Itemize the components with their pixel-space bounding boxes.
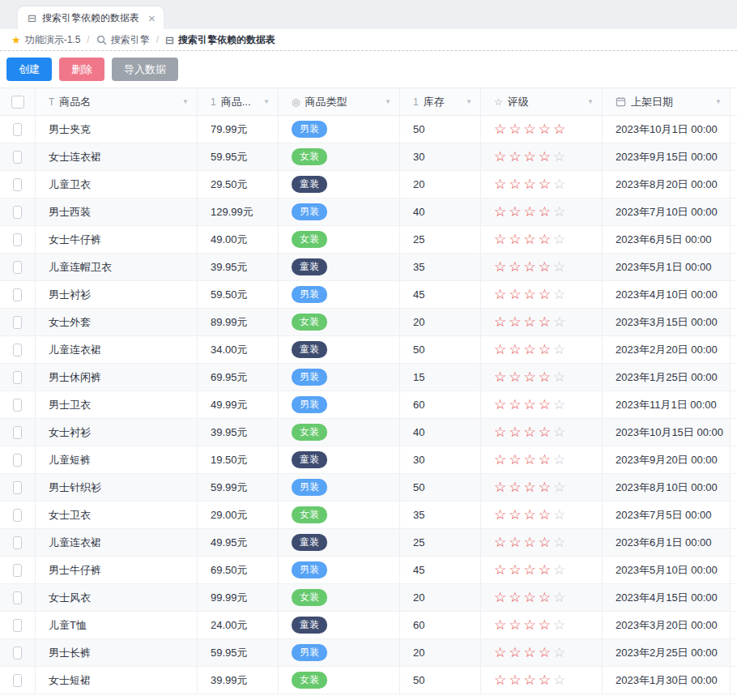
table-row[interactable]: 男士针织衫59.99元男装50☆☆☆☆☆2023年8月10日 00:00 [0,474,737,502]
select-all-checkbox[interactable] [11,96,24,109]
row-checkbox[interactable] [13,344,22,356]
star-icon: ☆ [524,618,539,632]
column-header-product-type[interactable]: ◎ 商品类型 ▼ [279,88,400,115]
table-row[interactable]: 女士牛仔裤49.00元女装25☆☆☆☆☆2023年6月5日 00:00 [0,226,737,254]
row-checkbox[interactable] [13,647,22,659]
star-icon: ☆ [539,563,553,577]
star-icon: ☆ [524,260,539,274]
table-row[interactable]: 女士风衣99.99元女装20☆☆☆☆☆2023年4月15日 00:00 [0,584,737,612]
row-spacer [731,446,737,474]
star-icon: ☆ [509,233,523,246]
row-checkbox[interactable] [13,509,22,522]
stock-value: 45 [400,557,481,584]
shelf-date: 2023年5月10日 00:00 [603,557,731,584]
row-select-cell [0,474,36,502]
row-select-cell [0,336,36,364]
table-row[interactable]: 女士衬衫39.95元女装40☆☆☆☆☆2023年10月15日 00:00 [0,419,737,446]
product-price: 49.99元 [198,391,279,419]
table-row[interactable]: 男士衬衫59.50元男装45☆☆☆☆☆2023年4月10日 00:00 [0,281,737,309]
row-checkbox[interactable] [13,316,22,329]
tab-active[interactable]: ⊟ 搜索引擎依赖的数据表 × [18,6,164,29]
product-type-cell: 男装 [279,116,400,143]
delete-button[interactable]: 删除 [59,58,104,82]
table-row[interactable]: 女士外套89.99元女装20☆☆☆☆☆2023年3月15日 00:00 [0,309,737,336]
table-row[interactable]: 男士夹克79.99元男装50☆☆☆☆☆2023年10月1日 00:00 [0,116,737,143]
column-label: 商品类型 [305,95,347,109]
row-checkbox[interactable] [13,481,22,494]
star-icon: ☆ [509,205,523,219]
rating-stars: ☆☆☆☆☆ [481,116,603,143]
stock-value: 20 [400,309,481,336]
table-row[interactable]: 女士短裙39.99元女装50☆☆☆☆☆2023年1月30日 00:00 [0,667,737,694]
row-checkbox[interactable] [13,619,22,632]
row-checkbox[interactable] [13,536,22,549]
row-checkbox[interactable] [13,261,22,274]
row-checkbox[interactable] [13,123,22,136]
type-badge: 童装 [292,176,327,193]
row-checkbox[interactable] [13,233,22,246]
rating-stars: ☆☆☆☆☆ [481,502,603,529]
type-badge: 女装 [292,672,327,689]
table-row[interactable]: 儿童T恤24.00元童装60☆☆☆☆☆2023年3月20日 00:00 [0,612,737,639]
product-name: 女士卫衣 [36,502,198,529]
product-price: 59.95元 [198,639,279,667]
row-checkbox[interactable] [13,206,22,219]
stock-value: 20 [400,639,481,667]
column-header-product-name[interactable]: T 商品名 ▼ [36,88,198,115]
column-dropdown-icon[interactable]: ▼ [712,98,722,105]
row-checkbox[interactable] [13,454,22,467]
row-select-cell [0,116,36,143]
column-header-stock[interactable]: 1 库存 ▼ [400,88,481,115]
column-dropdown-icon[interactable]: ▼ [381,98,391,105]
column-dropdown-icon[interactable]: ▼ [260,98,270,105]
row-select-cell [0,612,36,639]
table-row[interactable]: 儿童连衣裙34.00元童装50☆☆☆☆☆2023年2月20日 00:00 [0,336,737,364]
stock-value: 15 [400,364,481,391]
rating-stars: ☆☆☆☆☆ [481,529,603,557]
table-row[interactable]: 男士牛仔裤69.50元男装45☆☆☆☆☆2023年5月10日 00:00 [0,557,737,584]
star-icon: ☆ [494,343,509,356]
table-row[interactable]: 女士卫衣29.00元女装35☆☆☆☆☆2023年7月5日 00:00 [0,502,737,529]
row-checkbox[interactable] [13,399,22,412]
column-label: 商品... [221,95,251,109]
row-checkbox[interactable] [13,151,22,164]
column-dropdown-icon[interactable]: ▼ [584,98,594,105]
star-icon: ☆ [539,370,553,384]
column-header-product-price[interactable]: 1 商品... ▼ [198,88,279,115]
close-icon[interactable]: × [148,12,155,24]
shelf-date: 2023年5月1日 00:00 [603,254,731,281]
star-icon: ☆ [524,288,539,301]
row-checkbox[interactable] [13,288,22,301]
table-row[interactable]: 儿童短裤19.50元童装30☆☆☆☆☆2023年9月20日 00:00 [0,446,737,474]
table-row[interactable]: 男士休闲裤69.95元男装15☆☆☆☆☆2023年1月25日 00:00 [0,364,737,391]
row-checkbox[interactable] [13,674,22,687]
table-row[interactable]: 儿童连帽卫衣39.95元童装35☆☆☆☆☆2023年5月1日 00:00 [0,254,737,281]
import-button[interactable]: 导入数据 [112,58,178,82]
product-price: 59.95元 [198,143,279,171]
rating-stars: ☆☆☆☆☆ [481,309,603,336]
breadcrumb-item-search-engine[interactable]: 搜索引擎 [96,33,150,47]
row-checkbox[interactable] [13,591,22,604]
row-checkbox[interactable] [13,178,22,191]
table-row[interactable]: 女士连衣裙59.95元女装30☆☆☆☆☆2023年9月15日 00:00 [0,143,737,171]
star-icon: ☆ [494,150,509,164]
table-row[interactable]: 男士长裤59.95元男装20☆☆☆☆☆2023年2月25日 00:00 [0,639,737,667]
column-dropdown-icon[interactable]: ▼ [179,98,189,105]
product-price: 89.99元 [198,309,279,336]
star-icon: ☆ [509,591,523,604]
column-header-shelf-date[interactable]: 上架日期 ▼ [603,88,731,115]
row-checkbox[interactable] [13,371,22,384]
create-button[interactable]: 创建 [6,58,52,82]
column-dropdown-icon[interactable]: ▼ [462,98,472,105]
row-checkbox[interactable] [13,426,22,439]
table-row[interactable]: 儿童连衣裙49.95元童装25☆☆☆☆☆2023年6月1日 00:00 [0,529,737,557]
breadcrumb-item-demo[interactable]: ★ 功能演示-1.5 [11,33,80,47]
table-row[interactable]: 儿童卫衣29.50元童装20☆☆☆☆☆2023年8月20日 00:00 [0,171,737,198]
rating-stars: ☆☆☆☆☆ [481,364,603,391]
table-row[interactable]: 男士西装129.99元男装40☆☆☆☆☆2023年7月10日 00:00 [0,198,737,226]
table-row[interactable]: 男士卫衣49.99元男装60☆☆☆☆☆2023年11月1日 00:00 [0,391,737,419]
column-header-rating[interactable]: ☆ 评级 ▼ [481,88,603,115]
row-select-cell [0,446,36,474]
row-checkbox[interactable] [13,564,22,577]
star-icon: ☆ [494,315,509,329]
